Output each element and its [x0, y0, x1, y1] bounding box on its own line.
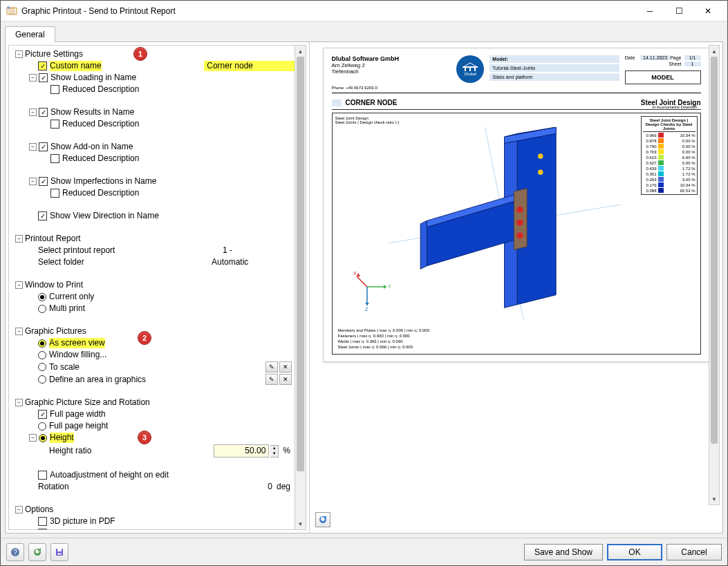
collapse-icon[interactable]: −	[15, 50, 23, 58]
checkbox-3d-pdf[interactable]	[38, 517, 47, 526]
svg-text:Y: Y	[388, 284, 391, 289]
legend-row: 0.8780.00 %	[643, 138, 696, 143]
collapse-icon[interactable]: −	[15, 506, 23, 513]
label-multi-print: Multi print	[49, 303, 85, 314]
collapse-icon[interactable]: −	[29, 143, 37, 151]
scroll-thumb[interactable]	[711, 57, 718, 444]
tab-general[interactable]: General	[5, 26, 55, 42]
value-select-folder[interactable]: Automatic	[212, 257, 295, 267]
radio-height[interactable]	[39, 434, 47, 442]
collapse-icon[interactable]: −	[15, 235, 23, 243]
delete-area-button[interactable]: ✕	[279, 374, 292, 385]
scroll-down-icon[interactable]: ▼	[709, 493, 719, 504]
edit-scale-button[interactable]: ✎	[265, 361, 278, 372]
collapse-icon[interactable]: −	[15, 328, 23, 335]
checkbox-interaction-diagram[interactable]	[38, 529, 47, 530]
value-rotation[interactable]: 0	[268, 482, 272, 492]
radio-define-area[interactable]	[38, 375, 46, 384]
legend-row: 0.5270.00 %	[643, 160, 696, 165]
label-show-results: Show Results in Name	[50, 107, 134, 117]
legend-header: Steel Joint Design | Design Checks by St…	[643, 118, 696, 132]
legend-row: 0.96610.34 %	[643, 133, 696, 138]
svg-point-1	[7, 6, 10, 9]
ok-button[interactable]: OK	[607, 544, 662, 560]
label-show-imperfections: Show Imperfections in Name	[50, 176, 156, 187]
radio-multi-print[interactable]	[38, 305, 46, 313]
collapse-icon[interactable]: −	[29, 109, 37, 116]
checkbox-reduced-desc-4[interactable]	[50, 189, 59, 198]
checkbox-show-results[interactable]	[39, 108, 48, 117]
company-addr1: Am Zellweg 2	[332, 62, 451, 68]
checkbox-reduced-desc-2[interactable]	[50, 120, 59, 129]
section-printout-report: Printout Report	[25, 234, 81, 244]
scroll-down-icon[interactable]: ▼	[295, 518, 306, 529]
checkbox-reduced-desc-3[interactable]	[50, 154, 59, 163]
scroll-thumb[interactable]	[297, 57, 304, 471]
checkbox-show-view-dir[interactable]	[38, 211, 47, 220]
footer-bar: ? Save and Show OK Cancel	[1, 538, 727, 565]
radio-full-page-height[interactable]	[38, 422, 46, 431]
checkbox-show-addon[interactable]	[39, 142, 48, 151]
page-label: Page	[670, 55, 681, 60]
input-height-ratio[interactable]: 50.00	[214, 444, 269, 457]
window-title: Graphic Printout - Send to Printout Repo…	[21, 6, 636, 16]
label-height-ratio: Height ratio	[49, 446, 91, 456]
value-custom-name[interactable]: Corner node	[204, 61, 295, 71]
tree-scrollbar[interactable]: ▲ ▼	[295, 46, 306, 529]
preview-scrollbar[interactable]: ▲ ▼	[709, 45, 720, 505]
value-select-printout[interactable]: 1 -	[223, 245, 295, 256]
scroll-up-icon[interactable]: ▲	[295, 46, 306, 57]
delete-scale-button[interactable]: ✕	[279, 361, 292, 372]
maximize-button[interactable]: ☐	[665, 1, 693, 21]
figure-legend: Steel Joint Design | Design Checks by St…	[641, 116, 698, 195]
label-3d-pdf: 3D picture in PDF	[50, 516, 115, 527]
save-settings-button[interactable]	[50, 543, 68, 561]
svg-marker-24	[384, 285, 386, 289]
settings-panel: − Picture Settings 1 Custom name Corner …	[6, 42, 310, 533]
svg-rect-33	[57, 553, 62, 555]
refresh-preview-button[interactable]	[315, 512, 330, 527]
close-button[interactable]: ✕	[694, 1, 722, 21]
collapse-icon[interactable]: −	[29, 178, 37, 185]
label-window-filling: Window filling...	[49, 350, 106, 360]
legend-row: 0.17610.34 %	[643, 182, 696, 187]
checkbox-custom-name[interactable]	[38, 62, 47, 70]
steel-joint-illustration	[374, 127, 635, 321]
reset-button[interactable]	[28, 543, 46, 561]
badge-3: 3	[138, 431, 151, 444]
checkbox-reduced-desc-1[interactable]	[50, 85, 59, 94]
label-interaction-diagram: Interaction diagram | Result table	[50, 528, 171, 530]
save-and-show-button[interactable]: Save and Show	[524, 544, 603, 560]
svg-rect-32	[57, 549, 62, 551]
legend-row: 0.7900.00 %	[643, 144, 696, 149]
minimize-button[interactable]: ─	[636, 1, 664, 21]
collapse-icon[interactable]: −	[29, 434, 37, 442]
sheet-value: 1	[684, 62, 701, 66]
radio-current-only[interactable]	[38, 293, 46, 301]
edit-area-button[interactable]: ✎	[265, 374, 278, 385]
help-button[interactable]: ?	[6, 543, 24, 561]
collapse-icon[interactable]: −	[29, 74, 37, 82]
radio-as-screen-view[interactable]	[38, 339, 46, 348]
checkbox-show-imperfections[interactable]	[39, 177, 48, 186]
bullet-icon	[332, 100, 342, 106]
collapse-icon[interactable]: −	[15, 399, 23, 406]
label-define-area: Define an area in graphics	[49, 375, 146, 385]
height-ratio-spinner[interactable]: ▲▼	[270, 445, 279, 457]
label-reduced-desc: Reduced Description	[62, 119, 139, 129]
dlubal-logo: Dlubal	[456, 55, 484, 83]
radio-to-scale[interactable]	[38, 363, 46, 371]
radio-window-filling[interactable]	[38, 351, 46, 359]
checkbox-full-page-width[interactable]	[38, 410, 47, 419]
section-picture-settings: Picture Settings	[25, 49, 83, 59]
checkbox-autoadjust[interactable]	[38, 471, 47, 480]
scroll-up-icon[interactable]: ▲	[709, 46, 719, 57]
svg-marker-14	[514, 189, 527, 250]
checkbox-show-loading[interactable]	[39, 73, 48, 82]
label-reduced-desc: Reduced Description	[62, 153, 139, 164]
app-window: Graphic Printout - Send to Printout Repo…	[0, 0, 728, 566]
legend-row: 0.6156.90 %	[643, 155, 696, 160]
collapse-icon[interactable]: −	[15, 281, 23, 289]
axis-indicator: X Y Z	[353, 270, 395, 312]
cancel-button[interactable]: Cancel	[666, 544, 722, 560]
